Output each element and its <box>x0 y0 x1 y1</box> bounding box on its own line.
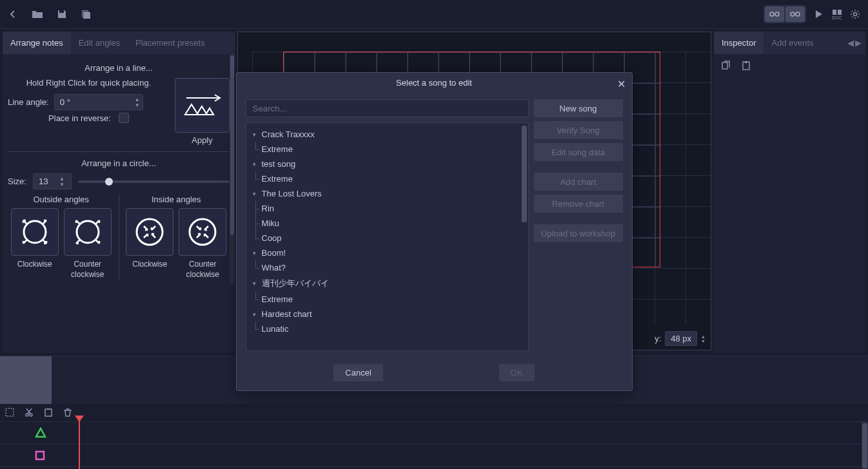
track-triangle[interactable] <box>0 422 868 445</box>
line-angle-input[interactable]: ▲▼ <box>54 94 143 110</box>
tab-placement-presets[interactable]: Placement presets <box>128 32 213 54</box>
tab-arrange-notes[interactable]: Arrange notes <box>3 32 71 54</box>
track-scrollbar[interactable] <box>862 422 868 469</box>
svg-point-10 <box>190 219 215 245</box>
place-reverse-label: Place in reverse: <box>48 113 111 123</box>
svg-rect-4 <box>833 10 836 15</box>
tree-chart[interactable]: Coop <box>249 231 526 245</box>
upload-workshop-button[interactable]: Upload to workshop <box>534 224 623 242</box>
track-square[interactable] <box>0 445 868 467</box>
line-preview[interactable] <box>175 78 230 133</box>
y-label: y: <box>655 334 661 343</box>
tree-chart[interactable]: What? <box>249 260 526 275</box>
tab-inspector[interactable]: Inspector <box>714 32 764 54</box>
svg-point-6 <box>854 13 857 16</box>
spinner-icon[interactable]: ▲▼ <box>701 334 705 343</box>
circle-section-title: Arrange in a circle... <box>8 158 230 168</box>
close-icon[interactable]: ✕ <box>617 78 626 90</box>
size-input[interactable]: ▲▼ <box>33 173 72 189</box>
tree-scrollbar[interactable] <box>522 126 527 222</box>
place-reverse-checkbox[interactable] <box>119 113 129 123</box>
right-panel: Inspector Add events ◀ ▶ <box>714 32 865 353</box>
ok-button[interactable]: OK <box>499 364 535 381</box>
svg-point-3 <box>796 12 800 16</box>
spinner-icon[interactable]: ▲▼ <box>57 176 67 187</box>
inside-angles-title: Inside angles <box>123 195 230 204</box>
top-toolbar: DOC <box>0 0 868 29</box>
triangle-icon <box>35 427 46 439</box>
left-scrollbar[interactable] <box>230 54 235 285</box>
tree-chart[interactable]: Lunatic <box>249 321 526 336</box>
cancel-button[interactable]: Cancel <box>333 364 382 381</box>
tree-song[interactable]: ▾Hardest chart <box>249 307 526 321</box>
tree-song[interactable]: ▾週刊少年バイバイ <box>249 275 526 292</box>
cut-icon[interactable] <box>25 408 35 418</box>
line-angle-label: Line angle: <box>8 97 49 107</box>
select-icon[interactable] <box>5 408 15 418</box>
ccw-label-2: Counter clockwise <box>186 260 219 280</box>
ccw-label: Counter clockwise <box>71 260 104 280</box>
tree-song[interactable]: ▾The Lost Lovers <box>249 186 526 201</box>
doc-icon[interactable]: DOC <box>832 8 842 21</box>
svg-rect-18 <box>47 408 50 410</box>
folder-icon[interactable] <box>31 8 44 21</box>
panel-prev-icon[interactable]: ◀ <box>847 38 854 48</box>
save-all-icon[interactable] <box>80 8 93 21</box>
svg-rect-14 <box>6 408 14 416</box>
tree-song[interactable]: ▾Crack Traxxxx <box>249 127 526 142</box>
remove-chart-button[interactable]: Remove chart <box>534 195 623 213</box>
svg-point-9 <box>137 219 163 245</box>
view-mode-2-button[interactable] <box>785 6 805 22</box>
line-section-title: Arrange in a line... <box>8 63 230 73</box>
quick-place-hint: Hold Right Click for quick placing. <box>8 78 170 88</box>
size-label: Size: <box>8 177 26 186</box>
tree-chart[interactable]: Miku <box>249 216 526 231</box>
new-song-button[interactable]: New song <box>534 99 623 117</box>
panel-next-icon[interactable]: ▶ <box>855 38 862 48</box>
inside-cw-button[interactable] <box>126 208 173 256</box>
settings-icon[interactable] <box>849 8 862 21</box>
playhead[interactable] <box>79 416 80 469</box>
inside-ccw-button[interactable] <box>179 208 226 256</box>
tree-chart[interactable]: Extreme <box>249 171 526 186</box>
tab-edit-angles[interactable]: Edit angles <box>71 32 128 54</box>
play-icon[interactable] <box>813 8 825 21</box>
outside-cw-button[interactable] <box>11 208 59 256</box>
song-tree[interactable]: ▾Crack TraxxxxExtreme▾test songExtreme▾T… <box>246 122 529 351</box>
add-chart-button[interactable]: Add chart <box>534 173 623 191</box>
svg-point-0 <box>770 12 774 16</box>
svg-rect-17 <box>45 409 52 416</box>
tree-song[interactable]: ▾test song <box>249 157 526 171</box>
y-value[interactable]: 48 px <box>665 331 697 346</box>
search-input[interactable] <box>246 99 529 117</box>
paste-icon[interactable] <box>741 61 753 72</box>
left-tabs: Arrange notes Edit angles Placement pres… <box>3 32 235 54</box>
tracks[interactable] <box>0 422 868 469</box>
paste-icon[interactable] <box>44 408 54 418</box>
back-icon[interactable] <box>6 8 19 21</box>
view-mode-1-button[interactable] <box>765 6 784 22</box>
song-select-modal: Select a song to edit ✕ ▾Crack TraxxxxEx… <box>236 72 633 391</box>
tree-chart[interactable]: Extreme <box>249 142 526 157</box>
square-icon <box>35 450 45 461</box>
svg-rect-13 <box>745 61 747 63</box>
left-panel: Arrange notes Edit angles Placement pres… <box>3 32 235 353</box>
tab-add-events[interactable]: Add events <box>764 32 821 54</box>
tree-song[interactable]: ▾Boom! <box>249 245 526 260</box>
size-slider[interactable] <box>78 180 230 183</box>
svg-point-2 <box>791 12 794 16</box>
modal-title: Select a song to edit <box>396 78 472 88</box>
svg-rect-19 <box>36 452 44 459</box>
svg-rect-11 <box>722 62 727 69</box>
verify-song-button[interactable]: Verify Song <box>534 121 623 139</box>
tree-chart[interactable]: Extreme <box>249 292 526 307</box>
delete-icon[interactable] <box>63 408 74 418</box>
edit-song-data-button[interactable]: Edit song data <box>534 143 623 161</box>
outside-angles-title: Outside angles <box>8 195 115 204</box>
spinner-icon[interactable]: ▲▼ <box>132 97 143 108</box>
svg-point-15 <box>26 414 28 416</box>
save-icon[interactable] <box>55 8 68 21</box>
copy-icon[interactable] <box>720 61 732 72</box>
outside-ccw-button[interactable] <box>64 208 112 256</box>
tree-chart[interactable]: Rin <box>249 201 526 216</box>
